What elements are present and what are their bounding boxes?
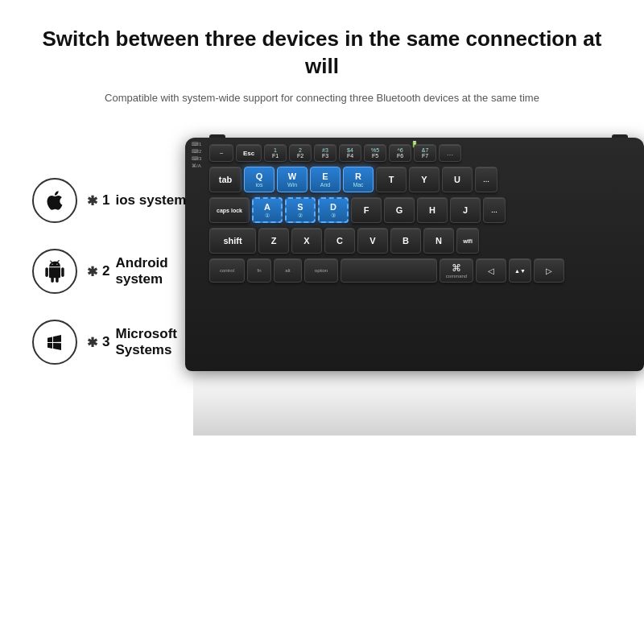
bottom-row: control fn alt option [185, 256, 644, 285]
ios-system-item: ✱ 1 ios system [32, 178, 193, 223]
windows-icon-circle [32, 320, 77, 365]
keyboard-wrapper: ⌨1 ⌨2 ⌨3 ⌘/A 🔋 ~ Esc [185, 138, 644, 411]
key-f4: $4 F4 [339, 144, 361, 162]
key-alt: alt [274, 258, 302, 283]
main-title: Switch between three devices in the same… [32, 26, 612, 80]
android-icon-circle [32, 249, 77, 294]
key-f: F [351, 197, 382, 223]
windows-icon [45, 332, 64, 352]
key-f3: #3 F3 [314, 144, 336, 162]
indicator-4: ⌘/A [192, 163, 201, 168]
key-u: U [442, 167, 473, 192]
keyboard-reflection [193, 371, 636, 436]
key-space [341, 258, 437, 283]
indicator-1: ⌨1 [192, 141, 201, 147]
key-esc: Esc [236, 144, 262, 162]
key-d: D ③ [318, 197, 349, 223]
key-tilde: ~ [209, 144, 233, 162]
key-arrow-right: ▷ [534, 258, 564, 283]
subtitle: Compatible with system-wide support for … [32, 90, 612, 106]
key-shift: shift [209, 228, 256, 254]
key-e: E And [310, 167, 341, 192]
page-container: Switch between three devices in the same… [0, 0, 644, 644]
key-f2: 2 F2 [289, 144, 312, 162]
key-t: T [376, 167, 407, 192]
system-list: ✱ 1 ios system ✱ 2 Android system [32, 130, 193, 390]
key-r: R Mac [343, 167, 374, 192]
header-section: Switch between three devices in the same… [0, 0, 644, 114]
key-f7: &7 F7 [414, 144, 436, 162]
key-arrow-left: ◁ [476, 258, 506, 283]
key-w: W Win [277, 167, 308, 192]
indicator-area: ⌨1 ⌨2 ⌨3 ⌘/A [192, 141, 201, 168]
key-tab: tab [209, 167, 242, 192]
microsoft-system-item: ✱ 3 Microsoft Systems [32, 320, 193, 365]
key-more: … [439, 144, 461, 162]
android-system-item: ✱ 2 Android system [32, 249, 193, 294]
key-j: J [450, 197, 481, 223]
key-z: Z [258, 228, 289, 254]
key-arrow-up-down: ▲▼ [509, 258, 531, 283]
key-partial: … [475, 167, 497, 192]
key-h: H [417, 197, 448, 223]
ios-icon-circle [32, 178, 77, 223]
key-partial2: … [483, 197, 506, 223]
android-label: ✱ 2 Android system [87, 255, 193, 287]
key-v: V [357, 228, 388, 254]
zxcv-row: shift Z X C V [185, 225, 644, 256]
asdf-row: caps lock A ① S ② [185, 195, 644, 225]
key-control: control [209, 258, 245, 283]
key-c: C [324, 228, 355, 254]
key-q: Q ios [244, 167, 275, 192]
key-f1: 1 F1 [264, 144, 287, 162]
key-g: G [384, 197, 415, 223]
content-area: ✱ 1 ios system ✱ 2 Android system [0, 114, 644, 411]
key-capslock: caps lock [209, 197, 250, 223]
qwerty-row: tab Q ios W Win [185, 164, 644, 195]
key-n: N [423, 228, 454, 254]
keyboard-body: ⌨1 ⌨2 ⌨3 ⌘/A 🔋 ~ Esc [185, 138, 644, 371]
key-fn: fn [247, 258, 271, 283]
key-s: S ② [285, 197, 316, 223]
microsoft-label: ✱ 3 Microsoft Systems [87, 326, 193, 358]
android-icon [43, 260, 66, 283]
apple-icon [43, 189, 66, 212]
key-option: option [304, 258, 338, 283]
indicator-3: ⌨3 [192, 155, 201, 161]
bluetooth-icon-2: ✱ [87, 264, 97, 279]
key-b: B [390, 228, 421, 254]
key-command: ⌘ command [440, 258, 473, 283]
key-a: A ① [252, 197, 283, 223]
ios-label: ✱ 1 ios system [87, 192, 186, 208]
bluetooth-icon-1: ✱ [87, 193, 97, 208]
key-partial3: wifi [456, 228, 479, 254]
key-f5: %5 F5 [364, 144, 386, 162]
keyboard-container: ⌨1 ⌨2 ⌨3 ⌘/A 🔋 ~ Esc [185, 138, 644, 411]
key-x: X [291, 228, 322, 254]
key-f6: ^6 F6 [389, 144, 411, 162]
bluetooth-icon-3: ✱ [87, 335, 97, 350]
key-y: Y [409, 167, 440, 192]
indicator-2: ⌨2 [192, 148, 201, 154]
